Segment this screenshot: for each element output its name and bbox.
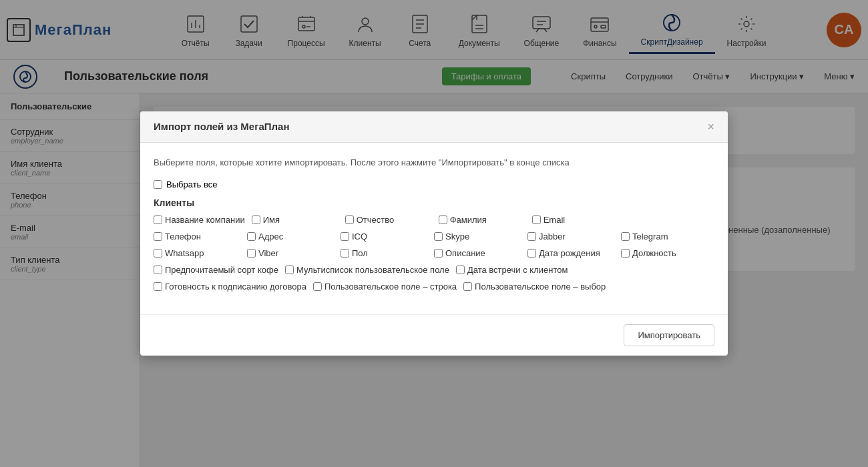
checkbox-label-6: Адрес xyxy=(258,231,283,242)
checkbox-item-18[interactable]: Мультисписок пользовательское поле xyxy=(285,265,449,275)
modal-overlay: Импорт полей из МегаПлан × Выберите поля… xyxy=(0,0,868,467)
modal: Импорт полей из МегаПлан × Выберите поля… xyxy=(140,111,728,356)
checkbox-item-1[interactable]: Имя xyxy=(252,215,339,225)
select-all-row: Выбрать все xyxy=(154,179,714,189)
checkbox-label-0: Название компании xyxy=(165,215,245,225)
checkbox-item-3[interactable]: Фамилия xyxy=(439,215,525,225)
checkbox-label-22: Пользовательское поле – выбор xyxy=(475,282,606,292)
checkbox-item-7[interactable]: ICQ xyxy=(341,231,427,242)
checkbox-label-11: Whatsapp xyxy=(165,248,204,258)
select-all-label[interactable]: Выбрать все xyxy=(166,179,217,189)
checkbox-17[interactable] xyxy=(154,266,162,274)
checkbox-item-5[interactable]: Телефон xyxy=(154,231,240,242)
import-button[interactable]: Импортировать xyxy=(624,324,714,346)
modal-description: Выберите поля, которые хотите импортиров… xyxy=(154,156,714,169)
checkbox-item-20[interactable]: Готовность к подписанию договора xyxy=(154,282,306,292)
checkbox-label-5: Телефон xyxy=(165,231,201,242)
checkbox-item-8[interactable]: Skype xyxy=(434,231,521,242)
checkbox-label-15: Дата рождения xyxy=(539,248,600,258)
checkbox-item-19[interactable]: Дата встречи с клиентом xyxy=(456,265,568,275)
checkbox-item-22[interactable]: Пользовательское поле – выбор xyxy=(463,282,606,292)
checkbox-item-14[interactable]: Описание xyxy=(434,248,521,258)
checkbox-label-18: Мультисписок пользовательское поле xyxy=(296,265,449,275)
checkbox-7[interactable] xyxy=(341,232,349,241)
checkbox-label-19: Дата встречи с клиентом xyxy=(467,265,568,275)
checkbox-9[interactable] xyxy=(527,232,536,241)
checkbox-0[interactable] xyxy=(154,215,162,224)
modal-header: Импорт полей из МегаПлан × xyxy=(140,111,728,143)
modal-body: Выберите поля, которые хотите импортиров… xyxy=(140,143,728,315)
checkbox-label-4: Email xyxy=(544,215,566,225)
checkbox-20[interactable] xyxy=(154,282,162,291)
modal-close-button[interactable]: × xyxy=(707,121,714,133)
checkbox-22[interactable] xyxy=(463,282,472,291)
checkbox-1[interactable] xyxy=(252,215,260,224)
checkbox-10[interactable] xyxy=(621,232,630,241)
checkbox-14[interactable] xyxy=(434,249,443,258)
checkbox-label-10: Telegram xyxy=(632,231,668,242)
checkbox-item-4[interactable]: Email xyxy=(532,215,619,225)
checkbox-item-21[interactable]: Пользовательское поле – строка xyxy=(313,282,457,292)
checkbox-item-15[interactable]: Дата рождения xyxy=(527,248,614,258)
select-all-checkbox[interactable] xyxy=(154,180,162,189)
checkbox-label-20: Готовность к подписанию договора xyxy=(165,282,306,292)
checkbox-label-17: Предпочитаемый сорт кофе xyxy=(165,265,278,275)
checkbox-item-10[interactable]: Telegram xyxy=(621,231,708,242)
checkbox-label-7: ICQ xyxy=(352,231,367,242)
checkbox-2[interactable] xyxy=(345,215,354,224)
checkbox-label-14: Описание xyxy=(445,248,485,258)
checkbox-5[interactable] xyxy=(154,232,162,241)
checkbox-12[interactable] xyxy=(247,249,256,258)
modal-title: Импорт полей из МегаПлан xyxy=(154,121,289,132)
checkbox-19[interactable] xyxy=(456,266,465,274)
checkbox-item-17[interactable]: Предпочитаемый сорт кофе xyxy=(154,265,278,275)
checkbox-item-0[interactable]: Название компании xyxy=(154,215,245,225)
checkbox-item-16[interactable]: Должность xyxy=(621,248,708,258)
checkbox-label-9: Jabber xyxy=(539,231,566,242)
checkbox-3[interactable] xyxy=(439,215,447,224)
checkbox-15[interactable] xyxy=(527,249,536,258)
modal-footer: Импортировать xyxy=(140,314,728,356)
checkbox-label-16: Должность xyxy=(632,248,676,258)
checkbox-11[interactable] xyxy=(154,249,162,258)
checkbox-21[interactable] xyxy=(313,282,322,291)
checkbox-item-13[interactable]: Пол xyxy=(341,248,427,258)
checkbox-8[interactable] xyxy=(434,232,443,241)
checkbox-6[interactable] xyxy=(247,232,256,241)
section-title-clients: Клиенты xyxy=(154,197,714,208)
checkbox-item-6[interactable]: Адрес xyxy=(247,231,334,242)
checkbox-item-12[interactable]: Viber xyxy=(247,248,334,258)
checkbox-label-13: Пол xyxy=(352,248,368,258)
checkbox-label-12: Viber xyxy=(258,248,278,258)
checkbox-4[interactable] xyxy=(532,215,541,224)
checkboxes-grid: Название компанииИмяОтчествоФамилияEmail… xyxy=(154,215,714,296)
checkbox-13[interactable] xyxy=(341,249,349,258)
checkbox-label-3: Фамилия xyxy=(450,215,487,225)
checkbox-16[interactable] xyxy=(621,249,630,258)
checkbox-label-8: Skype xyxy=(445,231,469,242)
checkbox-item-2[interactable]: Отчество xyxy=(345,215,432,225)
checkbox-item-11[interactable]: Whatsapp xyxy=(154,248,240,258)
checkbox-item-9[interactable]: Jabber xyxy=(527,231,614,242)
checkbox-18[interactable] xyxy=(285,266,294,274)
checkbox-label-2: Отчество xyxy=(357,215,395,225)
checkbox-label-1: Имя xyxy=(263,215,280,225)
checkbox-label-21: Пользовательское поле – строка xyxy=(324,282,457,292)
